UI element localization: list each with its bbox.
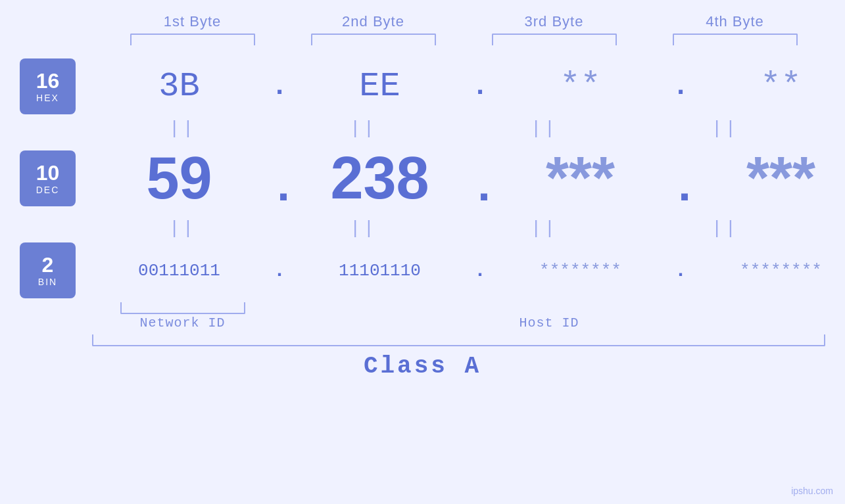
bin-ip-row: 00111011 . 11101110 . ******** . *******… — [89, 260, 845, 282]
hex-ip-row: 3B . EE . ** . ** — [89, 67, 845, 106]
equals-1-1: || — [92, 114, 273, 143]
dec-sep-2: . — [470, 162, 490, 214]
dec-badge: 10 DEC — [20, 150, 76, 206]
dec-value-4: *** — [690, 145, 845, 212]
full-bottom-bracket — [92, 334, 825, 346]
equals-2-4: || — [635, 214, 815, 242]
dec-badge-label: DEC — [36, 185, 60, 195]
bin-cell-1: 00111011 — [89, 261, 270, 281]
bin-value-1: 00111011 — [89, 261, 270, 281]
bin-cell-4: ******** — [690, 261, 845, 281]
hex-badge-number: 16 — [36, 70, 60, 93]
equals-1-4: || — [635, 114, 815, 143]
dec-sep-3: . — [671, 162, 690, 214]
hex-sep-1: . — [270, 71, 289, 103]
hex-badge-label: HEX — [36, 93, 59, 103]
top-bracket-1 — [130, 34, 255, 45]
bracket-cell-1 — [102, 34, 283, 45]
byte-headers: 1st Byte 2nd Byte 3rd Byte 4th Byte — [92, 13, 845, 30]
bracket-cell-4 — [644, 34, 825, 45]
hex-value-4: ** — [690, 67, 845, 106]
bottom-bracket-row — [92, 302, 845, 314]
class-label: Class A — [364, 353, 481, 380]
byte2-header: 2nd Byte — [283, 13, 464, 30]
bin-sep-3: . — [671, 260, 690, 282]
hex-value-2: EE — [289, 67, 470, 106]
class-label-row: Class A — [0, 353, 845, 380]
hex-sep-2: . — [470, 71, 490, 103]
dec-cell-4: *** — [690, 145, 845, 212]
top-bracket-4 — [673, 34, 798, 45]
equals-2-3: || — [454, 214, 635, 242]
hex-sep-3: . — [671, 71, 690, 103]
network-id-label: Network ID — [92, 315, 273, 331]
bottom-bracket-cell-spacer3 — [635, 302, 815, 314]
watermark: ipshu.com — [791, 486, 833, 496]
equals-2-1: || — [92, 214, 273, 242]
hex-cell-4: ** — [690, 67, 845, 106]
equals-2-2: || — [273, 214, 454, 242]
hex-cell-3: ** — [490, 67, 671, 106]
equals-row-2: || || || || — [92, 214, 845, 242]
bin-value-3: ******** — [490, 261, 671, 281]
dec-value-2: 238 — [289, 145, 470, 212]
dec-cell-3: *** — [490, 145, 671, 212]
main-container: 1st Byte 2nd Byte 3rd Byte 4th Byte 16 H… — [0, 0, 845, 504]
bin-sep-1: . — [270, 260, 289, 282]
bin-row: 2 BIN 00111011 . 11101110 . ******** . *… — [20, 242, 845, 298]
bin-badge-number: 2 — [42, 254, 54, 277]
hex-value-3: ** — [490, 67, 671, 106]
dec-value-1: 59 — [89, 145, 270, 212]
dec-badge-number: 10 — [36, 162, 60, 185]
hex-row: 16 HEX 3B . EE . ** . ** — [20, 58, 845, 114]
byte4-header: 4th Byte — [644, 13, 825, 30]
equals-row-1: || || || || — [92, 114, 845, 143]
host-id-label: Host ID — [519, 315, 579, 331]
top-bracket-2 — [311, 34, 436, 45]
dec-value-3: *** — [490, 145, 671, 212]
equals-1-2: || — [273, 114, 454, 143]
byte1-header: 1st Byte — [102, 13, 283, 30]
dec-sep-1: . — [270, 162, 289, 214]
dec-cell-1: 59 — [89, 145, 270, 212]
bin-sep-2: . — [470, 260, 490, 282]
dec-row: 10 DEC 59 . 238 . *** . *** — [20, 143, 845, 214]
dec-ip-row: 59 . 238 . *** . *** — [89, 143, 845, 214]
bracket-cell-2 — [283, 34, 464, 45]
bin-value-4: ******** — [690, 261, 845, 281]
host-id-label-wrapper: Host ID — [273, 315, 825, 331]
bottom-bracket-cell-spacer2 — [454, 302, 635, 314]
full-bracket-row — [92, 334, 845, 346]
top-bracket-3 — [492, 34, 617, 45]
bottom-bracket-cell-1 — [92, 302, 273, 314]
bracket-cell-3 — [464, 34, 644, 45]
hex-badge: 16 HEX — [20, 58, 76, 114]
bin-badge-label: BIN — [38, 277, 57, 287]
bin-cell-3: ******** — [490, 261, 671, 281]
bin-badge: 2 BIN — [20, 242, 76, 298]
bin-cell-2: 11101110 — [289, 261, 470, 281]
hex-cell-1: 3B — [89, 67, 270, 106]
bottom-bracket-1 — [120, 302, 245, 314]
bottom-bracket-cell-spacer — [273, 302, 454, 314]
dec-cell-2: 238 — [289, 145, 470, 212]
bin-value-2: 11101110 — [289, 261, 470, 281]
hex-cell-2: EE — [289, 67, 470, 106]
id-labels-row: Network ID Host ID — [92, 315, 845, 331]
top-bracket-row — [92, 34, 845, 45]
byte3-header: 3rd Byte — [464, 13, 644, 30]
equals-1-3: || — [454, 114, 635, 143]
hex-value-1: 3B — [89, 67, 270, 106]
